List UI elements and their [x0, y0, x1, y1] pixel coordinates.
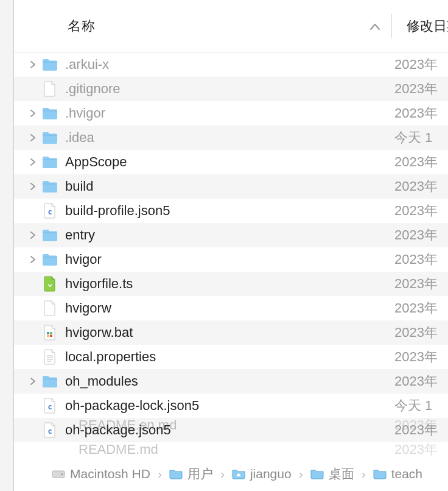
- filename-label: .idea: [65, 130, 392, 146]
- window-gutter: [0, 0, 13, 491]
- file-row[interactable]: .hvigor2023年: [14, 101, 448, 125]
- crumb-label: teach: [391, 467, 422, 481]
- svg-rect-4: [50, 335, 52, 337]
- file-row[interactable]: local.properties2023年: [14, 345, 448, 369]
- column-header-date[interactable]: 修改日期: [392, 17, 448, 35]
- disk-icon: [52, 468, 65, 479]
- folder-icon: [42, 252, 58, 267]
- disclosure-triangle-icon[interactable]: [27, 376, 38, 387]
- file-row[interactable]: hvigorfile.ts2023年: [14, 272, 448, 296]
- file-row[interactable]: build2023年: [14, 174, 448, 199]
- filename-label: hvigorfile.ts: [65, 276, 392, 292]
- finder-window: 名称 修改日期 .arkui-x2023年.gitignore2023年.hvi…: [13, 0, 448, 491]
- ghost-filename: README.md: [79, 442, 392, 457]
- filename-label: entry: [65, 227, 392, 243]
- svg-rect-2: [50, 332, 52, 334]
- path-crumb[interactable]: 用户: [169, 465, 213, 482]
- crumb-label: Macintosh HD: [70, 467, 150, 481]
- file-icon: [42, 300, 58, 316]
- file-row[interactable]: entry2023年: [14, 223, 448, 247]
- crumb-label: 桌面: [329, 465, 354, 482]
- filename-label: oh_modules: [65, 373, 392, 389]
- filename-label: .arkui-x: [65, 57, 392, 72]
- path-bar[interactable]: Macintosh HD › 用户 › jianguo › 桌面 › teach: [27, 462, 448, 486]
- column-header-date-label: 修改日期: [407, 18, 448, 34]
- date-label: 2023年: [392, 275, 448, 293]
- ghost-filename: README.en.md: [79, 417, 392, 433]
- folder-icon: [310, 468, 324, 479]
- date-label: 2023年: [392, 250, 448, 269]
- ghost-row: README.md 2023年: [27, 437, 448, 462]
- folder-icon: [42, 178, 58, 194]
- disclosure-triangle-icon[interactable]: [27, 157, 38, 168]
- disclosure-triangle-icon[interactable]: [27, 254, 38, 265]
- date-label: 2023年: [392, 177, 448, 196]
- filename-label: .hvigor: [65, 105, 392, 121]
- disclosure-triangle-icon[interactable]: [27, 59, 38, 70]
- date-label: 2023年: [392, 299, 448, 317]
- date-label: 2023年: [392, 348, 448, 366]
- folder-icon: [373, 468, 387, 479]
- filename-label: local.properties: [65, 349, 392, 365]
- file-icon: c: [42, 398, 58, 414]
- filename-label: build-profile.json5: [65, 203, 392, 219]
- date-label: 2023年: [392, 55, 448, 74]
- file-row[interactable]: hvigorw2023年: [14, 296, 448, 320]
- ghost-date: 2023年: [392, 440, 448, 459]
- svg-text:c: c: [47, 403, 52, 411]
- file-icon: [42, 81, 58, 97]
- file-icon: [42, 276, 58, 292]
- folder-icon: [42, 373, 58, 389]
- file-row[interactable]: cbuild-profile.json52023年: [14, 199, 448, 223]
- disclosure-triangle-icon[interactable]: [27, 230, 38, 241]
- chevron-right-icon: ›: [158, 467, 162, 481]
- file-row[interactable]: .gitignore2023年: [14, 77, 448, 101]
- file-row[interactable]: .idea今天 1: [14, 125, 448, 150]
- path-crumb[interactable]: 桌面: [310, 465, 354, 482]
- folder-icon: [42, 130, 58, 146]
- ghost-rows: README.en.md 2023年 README.md 2023年: [27, 413, 448, 462]
- folder-icon: [42, 154, 58, 170]
- sort-ascending-icon: [369, 18, 380, 34]
- date-label: 今天 1: [392, 397, 448, 415]
- filename-label: hvigorw: [65, 300, 392, 316]
- file-row[interactable]: hvigor2023年: [14, 247, 448, 272]
- date-label: 2023年: [392, 104, 448, 122]
- date-label: 2023年: [392, 372, 448, 390]
- filename-label: hvigor: [65, 252, 392, 267]
- filename-label: oh-package-lock.json5: [65, 398, 392, 414]
- disclosure-triangle-icon[interactable]: [27, 108, 38, 119]
- folder-icon: [42, 105, 58, 121]
- date-label: 2023年: [392, 226, 448, 244]
- path-crumb[interactable]: jianguo: [232, 467, 292, 481]
- column-header-name[interactable]: 名称: [14, 0, 391, 52]
- home-folder-icon: [232, 468, 245, 479]
- file-row[interactable]: .arkui-x2023年: [14, 52, 448, 77]
- folder-icon: [42, 57, 58, 72]
- date-label: 2023年: [392, 153, 448, 171]
- file-icon: [42, 325, 58, 341]
- filename-label: build: [65, 178, 392, 194]
- folder-icon: [169, 468, 183, 479]
- path-crumb-disk[interactable]: Macintosh HD: [52, 467, 150, 481]
- file-list: .arkui-x2023年.gitignore2023年.hvigor2023年…: [14, 52, 448, 442]
- date-label: 2023年: [392, 80, 448, 98]
- disclosure-triangle-icon[interactable]: [27, 181, 38, 192]
- folder-icon: [42, 227, 58, 243]
- file-row[interactable]: oh_modules2023年: [14, 369, 448, 394]
- column-header-name-label: 名称: [68, 17, 95, 35]
- date-label: 今天 1: [392, 129, 448, 147]
- chevron-right-icon: ›: [299, 467, 303, 481]
- chevron-right-icon: ›: [220, 467, 225, 481]
- file-icon: [55, 442, 71, 457]
- ghost-row: README.en.md 2023年: [27, 413, 448, 437]
- path-crumb[interactable]: teach: [373, 467, 422, 481]
- file-row[interactable]: hvigorw.bat2023年: [14, 320, 448, 345]
- date-label: 2023年: [392, 202, 448, 220]
- column-header-row: 名称 修改日期: [14, 0, 448, 52]
- file-row[interactable]: AppScope2023年: [14, 150, 448, 174]
- file-icon: [55, 417, 71, 433]
- disclosure-triangle-icon[interactable]: [27, 132, 38, 143]
- date-label: 2023年: [392, 323, 448, 342]
- crumb-label: 用户: [187, 465, 213, 482]
